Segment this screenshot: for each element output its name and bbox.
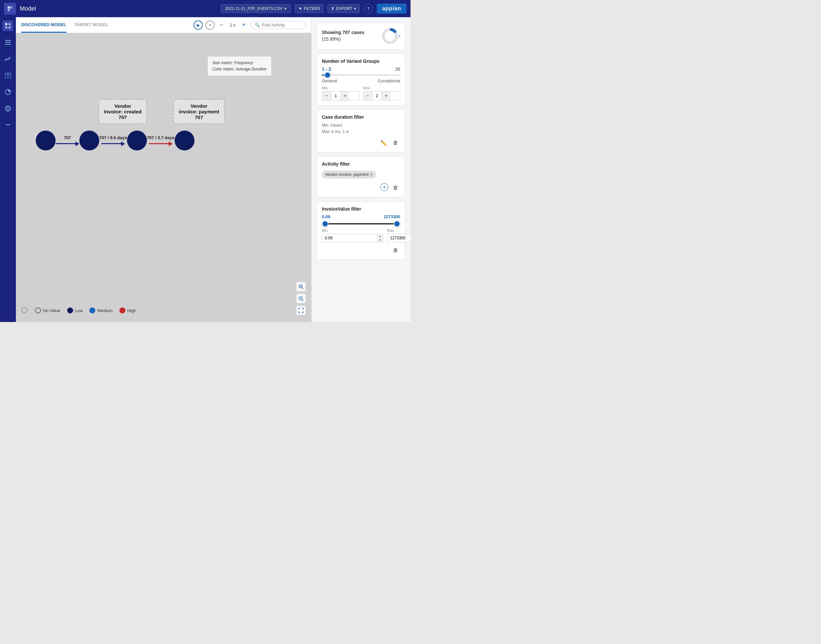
legend-circle-medium <box>89 307 95 313</box>
svg-point-15 <box>22 307 27 313</box>
invoice-range-thumb-left[interactable] <box>322 221 329 227</box>
delete-duration-button[interactable]: 🗑 <box>391 138 400 147</box>
legend-circle-low <box>67 307 73 313</box>
zoom-in-canvas-button[interactable] <box>296 282 306 291</box>
activity-2-line1: Vendor <box>178 103 219 109</box>
appian-logo: appian <box>377 4 406 14</box>
invoice-range-max-label: 1273300 <box>383 214 400 219</box>
edit-duration-button[interactable]: ✏️ <box>379 138 388 147</box>
edge2-duration: 9.6 days <box>110 135 127 140</box>
edge1-arrow <box>75 141 79 146</box>
invoice-min-up-button[interactable]: ▲ <box>377 234 383 238</box>
stop-button[interactable]: ■ <box>205 20 215 30</box>
min-stepper: − 1 + <box>322 91 359 101</box>
filters-label: FILTERS <box>304 6 320 11</box>
activity-tags: Vendor invoice: payment × <box>322 169 400 180</box>
filter-icon: ▼ <box>298 6 302 11</box>
node-1 <box>79 130 99 150</box>
tab-discovered-model[interactable]: DISCOVERED MODEL <box>21 17 66 33</box>
edge2-arrow <box>121 141 125 146</box>
invoice-range-thumb-right[interactable] <box>394 221 400 227</box>
color-metric-label: Color metric: Average Duration <box>212 66 267 72</box>
cases-count: Showing 707 cases <box>322 30 364 35</box>
legend-medium: Medium <box>89 307 112 313</box>
activity-filter-title: Activity filter <box>322 161 400 167</box>
invoice-filter-card: InvoiceValue filter 0.09 1273300 Min ▲ ▼ <box>317 201 405 260</box>
end-node <box>175 130 195 150</box>
invoice-min-group: Min ▲ ▼ <box>322 228 383 242</box>
fit-to-screen-button[interactable] <box>296 305 306 315</box>
sidebar-item-model[interactable] <box>3 20 13 31</box>
min-decrement-button[interactable]: − <box>322 92 331 100</box>
add-activity-button[interactable]: + <box>380 183 388 191</box>
delete-invoice-filter-button[interactable]: 🗑 <box>391 245 400 255</box>
max-increment-button[interactable]: + <box>382 92 391 100</box>
invoice-max-input[interactable] <box>387 235 410 242</box>
sidebar-item-chart[interactable] <box>3 54 13 64</box>
max-label: Max <box>363 86 401 90</box>
sidebar-item-pie[interactable] <box>3 103 13 114</box>
start-node <box>36 130 55 150</box>
invoice-min-input[interactable] <box>322 235 377 242</box>
activity-1-line1: Vendor <box>104 103 141 109</box>
min-group: Min − 1 + <box>322 86 359 101</box>
svg-rect-5 <box>5 42 11 43</box>
sidebar-item-stats[interactable] <box>3 87 13 97</box>
activity-2-line2: invoice: payment <box>178 109 219 114</box>
svg-point-12 <box>7 107 9 110</box>
zoom-level-label: 1 x <box>228 23 237 28</box>
cases-detail-button[interactable]: › <box>398 33 400 39</box>
help-button[interactable]: ? <box>364 4 373 13</box>
refresh-icon[interactable] <box>21 307 28 314</box>
legend-no-value-label: No Value <box>43 308 60 313</box>
svg-rect-6 <box>5 44 11 44</box>
zoom-in-button[interactable]: + <box>240 21 248 29</box>
svg-rect-2 <box>5 26 7 28</box>
legend-high: High <box>119 307 136 313</box>
metric-tooltip: Size metric: Frequency Color metric: Ave… <box>208 56 272 76</box>
app-logo <box>4 3 16 15</box>
edge3-arrow <box>169 141 173 146</box>
process-canvas[interactable]: Size metric: Frequency Color metric: Ave… <box>16 33 311 322</box>
activity-box-2: Vendor invoice: payment 707 <box>173 99 224 124</box>
play-button[interactable]: ▶ <box>194 20 203 30</box>
right-panel: Showing 707 cases (15.99%) › Number of V… <box>311 17 410 322</box>
file-selector-button[interactable]: 2021-11-11_P2P_EVENTS.CSV ▾ <box>221 4 291 13</box>
case-duration-info: Min: instant Max: 6 mo, 1 w <box>322 122 400 135</box>
legend-low-label: Low <box>75 308 83 313</box>
invoice-min-spin: ▲ ▼ <box>377 234 383 242</box>
sidebar-item-table[interactable] <box>3 70 13 81</box>
delete-activity-filter-button[interactable]: 🗑 <box>391 183 400 192</box>
variant-range-row: 1 - 2 36 <box>322 66 400 72</box>
max-group: Max − 2 + <box>363 86 401 101</box>
sidebar-item-more[interactable]: ••• <box>3 120 13 130</box>
min-value: 1 <box>331 92 341 100</box>
general-exceptional-labels: General Exceptional <box>322 78 400 83</box>
general-label: General <box>322 78 337 83</box>
zoom-out-button[interactable]: − <box>217 21 225 29</box>
chevron-down-icon: ▾ <box>284 6 286 11</box>
legend-medium-label: Medium <box>97 308 112 313</box>
export-icon: ⬆ <box>331 6 334 11</box>
invoice-range-track[interactable] <box>322 223 400 224</box>
invoice-min-input-row: ▲ ▼ <box>322 234 383 242</box>
chevron-down-icon: ▾ <box>354 6 356 11</box>
search-input[interactable] <box>262 23 302 28</box>
min-increment-button[interactable]: + <box>341 92 349 100</box>
filters-button[interactable]: ▼ FILTERS <box>295 4 323 13</box>
tab-target-model[interactable]: TARGET MODEL <box>74 17 109 33</box>
zoom-out-canvas-button[interactable] <box>296 294 306 304</box>
edge3-line <box>149 143 169 144</box>
sidebar-item-list[interactable] <box>3 37 13 48</box>
export-button[interactable]: ⬆ EXPORT ▾ <box>327 4 360 13</box>
remove-activity-tag-button[interactable]: × <box>370 172 372 177</box>
tab-bar: DISCOVERED MODEL TARGET MODEL ▶ ■ − 1 x … <box>16 17 311 33</box>
max-decrement-button[interactable]: − <box>364 92 372 100</box>
sidebar: ••• <box>0 17 16 322</box>
legend-no-value: No Value <box>35 307 60 313</box>
variant-slider-thumb[interactable] <box>324 72 331 78</box>
variant-groups-card: Number of Variant Groups 1 - 2 36 Genera… <box>317 54 405 106</box>
edge1-line <box>55 143 75 144</box>
invoice-min-down-button[interactable]: ▼ <box>377 238 383 242</box>
variant-slider-track[interactable] <box>322 74 400 76</box>
